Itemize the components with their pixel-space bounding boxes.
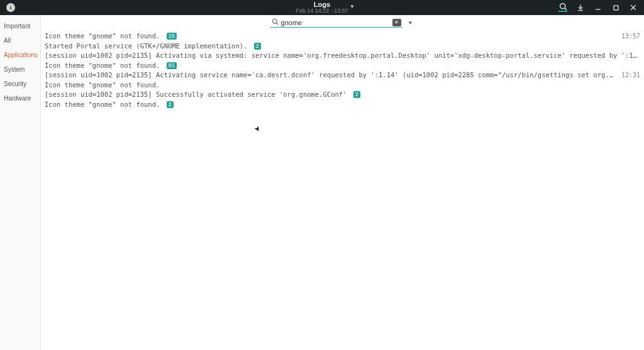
log-row[interactable]: Icon theme "gnome" not found. 81 bbox=[45, 61, 640, 71]
log-list[interactable]: Icon theme "gnome" not found. 1513:57Sta… bbox=[41, 29, 644, 350]
svg-line-1 bbox=[564, 8, 566, 10]
app-info-icon[interactable]: i bbox=[6, 3, 15, 12]
count-badge: 2 bbox=[167, 101, 174, 108]
log-message: [session uid=1002 pid=2135] Activating s… bbox=[45, 70, 616, 80]
sidebar-item-all[interactable]: All bbox=[0, 33, 40, 48]
search-options-chevron-icon[interactable]: ▼ bbox=[406, 19, 415, 27]
sidebar-item-label: Hardware bbox=[4, 95, 31, 102]
search-input[interactable] bbox=[281, 19, 392, 26]
sidebar-item-label: All bbox=[4, 37, 11, 44]
content-area: ✕ ▼ Icon theme "gnome" not found. 1513:5… bbox=[41, 15, 644, 350]
sidebar-item-security[interactable]: Security bbox=[0, 77, 40, 91]
sidebar-item-label: Applications bbox=[4, 52, 38, 58]
log-row[interactable]: [session uid=1002 pid=2135] Activating v… bbox=[45, 51, 640, 61]
log-row[interactable]: Icon theme "gnome" not found. 1513:57 bbox=[45, 31, 640, 41]
search-field-wrap[interactable]: ✕ bbox=[270, 18, 402, 28]
header-center[interactable]: Logs Feb 14 14:22 - 13:57 bbox=[296, 1, 348, 14]
window-subtitle: Feb 14 14:22 - 13:57 bbox=[296, 8, 348, 14]
count-badge: 81 bbox=[167, 62, 177, 69]
maximize-icon[interactable] bbox=[611, 3, 620, 12]
log-row[interactable]: Icon theme "gnome" not found. bbox=[45, 80, 640, 90]
count-badge: 15 bbox=[167, 33, 177, 40]
log-message: [session uid=1002 pid=2135] Activating v… bbox=[45, 51, 640, 61]
search-icon bbox=[272, 18, 279, 26]
log-time: 13:57 bbox=[616, 31, 640, 41]
search-icon[interactable] bbox=[558, 3, 567, 12]
headerbar: i Logs Feb 14 14:22 - 13:57 ▼ bbox=[0, 0, 644, 15]
svg-line-9 bbox=[276, 23, 278, 25]
sidebar-item-applications[interactable]: Applications bbox=[0, 48, 40, 62]
log-row[interactable]: [session uid=1002 pid=2135] Activating s… bbox=[45, 70, 640, 80]
log-message: Icon theme "gnome" not found. 81 bbox=[45, 61, 640, 71]
count-badge: 2 bbox=[353, 91, 360, 98]
sidebar-item-system[interactable]: System bbox=[0, 62, 40, 77]
sidebar-item-label: System bbox=[4, 66, 25, 73]
log-row[interactable]: Started Portal service (GTK+/GNOME imple… bbox=[45, 41, 640, 52]
log-message: Icon theme "gnome" not found. bbox=[45, 80, 640, 90]
export-icon[interactable] bbox=[576, 3, 585, 12]
log-message: Icon theme "gnome" not found. 15 bbox=[45, 31, 616, 41]
log-time: 12:31 bbox=[616, 70, 640, 80]
header-right bbox=[558, 3, 640, 12]
svg-rect-5 bbox=[614, 6, 618, 10]
svg-point-8 bbox=[272, 19, 277, 23]
log-message: Icon theme "gnome" not found. 2 bbox=[45, 100, 640, 110]
minimize-icon[interactable] bbox=[594, 3, 602, 12]
log-message: Started Portal service (GTK+/GNOME imple… bbox=[45, 41, 640, 52]
sidebar-item-label: Security bbox=[4, 80, 26, 87]
close-icon[interactable] bbox=[629, 3, 638, 12]
sidebar-item-label: Important bbox=[4, 23, 30, 30]
sidebar-item-important[interactable]: Important bbox=[0, 19, 40, 33]
clear-search-icon[interactable]: ✕ bbox=[392, 19, 401, 26]
sidebar: ImportantAllApplicationsSystemSecurityHa… bbox=[0, 15, 41, 350]
log-row[interactable]: Icon theme "gnome" not found. 2 bbox=[45, 100, 640, 110]
search-bar: ✕ ▼ bbox=[41, 15, 644, 29]
log-message: [session uid=1002 pid=2135] Successfully… bbox=[45, 90, 640, 100]
count-badge: 2 bbox=[254, 43, 261, 50]
chevron-down-icon[interactable]: ▼ bbox=[350, 4, 355, 9]
sidebar-item-hardware[interactable]: Hardware bbox=[0, 91, 40, 106]
log-row[interactable]: [session uid=1002 pid=2135] Successfully… bbox=[45, 90, 640, 100]
svg-point-0 bbox=[560, 4, 565, 9]
